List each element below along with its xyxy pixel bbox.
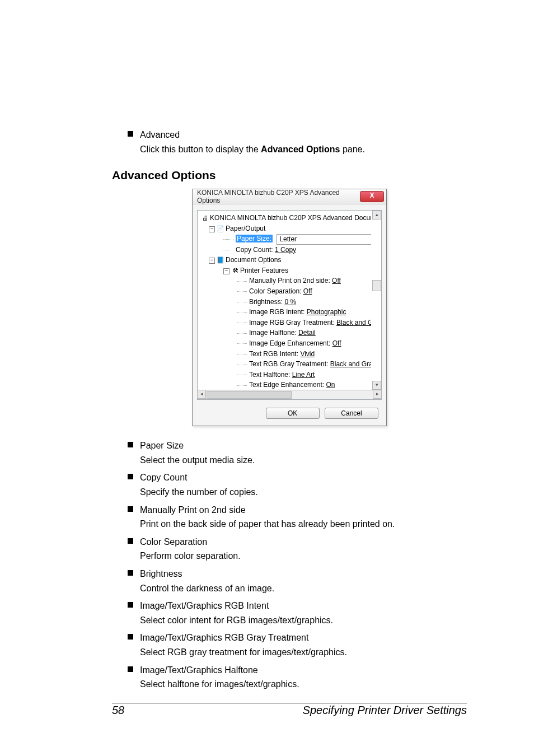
bullet-title: Image/Text/Graphics RGB Intent [140,600,269,612]
printer-icon: 🖨 [201,213,209,223]
tree-feature[interactable]: Color Separation: Off [201,286,371,297]
doc-icon: 📘 [217,255,224,265]
bullet-desc: Select the output media size. [140,454,467,466]
horizontal-scrollbar[interactable]: ◂ ▸ [197,390,382,400]
scroll-up-icon[interactable]: ▴ [372,211,381,220]
scrollbar-thumb[interactable] [372,280,381,291]
tree-feature[interactable]: Text RGB Intent: Vivid [201,349,371,360]
tree-copy-count[interactable]: Copy Count: 1 Copy [201,245,371,255]
bullet-title: Paper Size [140,440,184,452]
collapse-icon[interactable]: − [223,268,229,274]
footer-title: Specifying Printer Driver Settings [303,704,467,717]
bullet-title: Brightness [140,568,182,580]
tree-feature[interactable]: Image RGB Intent: Photographic [201,307,371,318]
collapse-icon[interactable]: − [209,258,215,264]
paper-icon: 📄 [217,224,224,234]
bullet-desc: Select RGB gray treatment for images/tex… [140,646,467,659]
bullet-desc-advanced: Click this button to display the Advance… [140,143,467,156]
tree-feature[interactable]: Image RGB Gray Treatment: Black and Gray [201,318,371,328]
footer-rule [112,703,467,703]
bullet-icon [128,506,133,512]
bullet-desc: Specify the number of copies. [140,486,467,498]
dialog-titlebar: KONICA MINOLTA bizhub C20P XPS Advanced … [193,189,386,204]
scroll-right-icon[interactable]: ▸ [373,390,382,399]
bullet-title: Copy Count [140,472,188,484]
bullet-icon [128,131,133,137]
bullet-icon [128,538,133,544]
ok-button[interactable]: OK [266,408,320,419]
bullet-desc: Perform color separation. [140,550,467,562]
tree-feature[interactable]: Image Edge Enhancement: Off [201,338,371,349]
hscroll-thumb[interactable] [207,391,292,399]
bullet-title: Image/Text/Graphics RGB Gray Treatment [140,632,308,644]
bullet-title: Color Separation [140,536,207,548]
bullet-desc: Control the darkness of an image. [140,582,467,595]
paper-size-label: Paper Size: [236,235,273,242]
bullet-desc: Select halftone for images/text/graphics… [140,678,467,690]
close-button[interactable]: X [360,191,384,202]
cancel-button[interactable]: Cancel [325,408,378,419]
scroll-left-icon[interactable]: ◂ [197,390,206,399]
tree-root[interactable]: 🖨KONICA MINOLTA bizhub C20P XPS Advanced… [201,213,371,223]
section-heading-advanced-options: Advanced Options [112,169,467,182]
advanced-options-dialog: KONICA MINOLTA bizhub C20P XPS Advanced … [192,189,387,426]
bullet-title: Image/Text/Graphics Halftone [140,664,258,676]
tree-feature[interactable]: Brightness: 0 % [201,297,371,307]
dialog-title: KONICA MINOLTA bizhub C20P XPS Advanced … [197,189,360,204]
page-number: 58 [112,704,124,717]
tree-document-options[interactable]: −📘Document Options [201,255,371,265]
bullet-icon [128,602,133,608]
paper-size-dropdown[interactable]: Letter [277,234,371,245]
tree-printer-features[interactable]: −🛠Printer Features [201,265,371,276]
tree-paper-size[interactable]: Paper Size: Letter [201,234,371,244]
collapse-icon[interactable]: − [209,226,215,232]
tree-feature[interactable]: Text Halftone: Line Art [201,370,371,380]
bullet-icon [128,442,133,447]
tree-feature[interactable]: Text Edge Enhancement: On [201,380,371,390]
bullet-icon [128,634,133,640]
tree-feature[interactable]: Text RGB Gray Treatment: Black and Gray [201,359,371,370]
bullet-icon [128,570,133,576]
bullet-title: Manually Print on 2nd side [140,504,246,516]
tree-feature[interactable]: Manually Print on 2nd side: Off [201,276,371,286]
bullet-desc: Select color intent for RGB images/text/… [140,614,467,627]
scroll-down-icon[interactable]: ▾ [372,381,381,390]
tree-paper-output[interactable]: −📄Paper/Output [201,223,371,234]
options-tree[interactable]: ▴ ▾ 🖨KONICA MINOLTA bizhub C20P XPS Adva… [197,210,382,390]
bullet-icon [128,474,133,479]
bullet-icon [128,666,133,672]
bullet-title-advanced: Advanced [140,129,180,141]
bullet-desc: Print on the back side of paper that has… [140,518,467,530]
features-icon: 🛠 [231,266,239,276]
tree-feature[interactable]: Image Halftone: Detail [201,328,371,338]
